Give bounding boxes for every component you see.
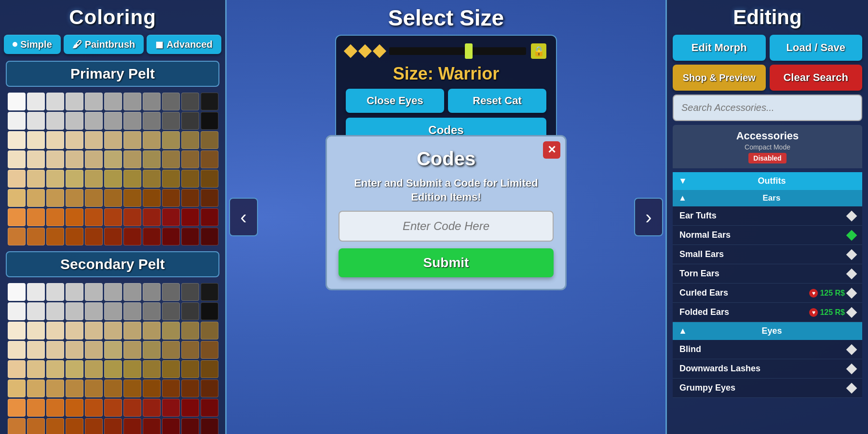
color-cell[interactable] — [123, 228, 141, 245]
color-cell[interactable] — [181, 93, 199, 110]
color-cell[interactable] — [143, 131, 161, 149]
color-cell[interactable] — [8, 170, 26, 188]
list-item[interactable]: Curled Ears ♥ 125 R$ — [673, 284, 862, 303]
color-cell[interactable] — [46, 322, 64, 339]
color-cell[interactable] — [123, 418, 141, 434]
color-cell[interactable] — [8, 302, 26, 320]
color-cell[interactable] — [46, 360, 64, 378]
color-cell[interactable] — [162, 302, 180, 320]
color-cell[interactable] — [85, 170, 103, 188]
color-cell[interactable] — [104, 322, 122, 339]
color-cell[interactable] — [143, 380, 161, 397]
color-cell[interactable] — [201, 170, 218, 188]
color-cell[interactable] — [201, 322, 218, 339]
color-cell[interactable] — [123, 283, 141, 301]
color-cell[interactable] — [66, 322, 83, 339]
color-cell[interactable] — [162, 228, 180, 245]
color-cell[interactable] — [66, 341, 83, 359]
search-accessories-input[interactable] — [673, 95, 862, 121]
color-cell[interactable] — [143, 399, 161, 417]
color-cell[interactable] — [46, 228, 64, 245]
color-cell[interactable] — [162, 93, 180, 110]
color-cell[interactable] — [143, 322, 161, 339]
list-item[interactable]: Ear Tufts — [673, 206, 862, 226]
color-cell[interactable] — [181, 283, 199, 301]
color-cell[interactable] — [66, 208, 83, 226]
color-cell[interactable] — [85, 131, 103, 149]
color-cell[interactable] — [8, 208, 26, 226]
eyes-sub-category-header[interactable]: ▲ Eyes — [673, 322, 862, 340]
code-input[interactable] — [339, 211, 554, 242]
color-cell[interactable] — [85, 302, 103, 320]
color-cell[interactable] — [143, 170, 161, 188]
color-cell[interactable] — [123, 131, 141, 149]
clear-search-button[interactable]: Clear Search — [770, 65, 863, 91]
color-cell[interactable] — [66, 380, 83, 397]
color-cell[interactable] — [123, 150, 141, 168]
color-cell[interactable] — [66, 399, 83, 417]
color-cell[interactable] — [104, 208, 122, 226]
color-cell[interactable] — [143, 341, 161, 359]
paintbrush-mode-button[interactable]: 🖌 Paintbrush — [64, 35, 144, 54]
shop-preview-button[interactable]: Shop & Preview — [673, 65, 766, 91]
color-cell[interactable] — [123, 360, 141, 378]
color-cell[interactable] — [27, 418, 45, 434]
color-cell[interactable] — [46, 399, 64, 417]
color-cell[interactable] — [85, 189, 103, 207]
color-cell[interactable] — [104, 112, 122, 130]
list-item[interactable]: Small Ears — [673, 245, 862, 264]
color-cell[interactable] — [201, 418, 218, 434]
color-cell[interactable] — [8, 322, 26, 339]
color-cell[interactable] — [201, 131, 218, 149]
color-cell[interactable] — [162, 283, 180, 301]
color-cell[interactable] — [8, 189, 26, 207]
color-cell[interactable] — [162, 360, 180, 378]
color-cell[interactable] — [104, 283, 122, 301]
color-cell[interactable] — [46, 112, 64, 130]
edit-morph-button[interactable]: Edit Morph — [673, 35, 766, 61]
color-cell[interactable] — [123, 302, 141, 320]
color-cell[interactable] — [143, 418, 161, 434]
color-cell[interactable] — [8, 112, 26, 130]
color-cell[interactable] — [27, 150, 45, 168]
color-cell[interactable] — [8, 399, 26, 417]
color-cell[interactable] — [181, 112, 199, 130]
color-cell[interactable] — [27, 360, 45, 378]
color-cell[interactable] — [162, 322, 180, 339]
color-cell[interactable] — [123, 170, 141, 188]
color-cell[interactable] — [162, 189, 180, 207]
color-cell[interactable] — [104, 302, 122, 320]
color-cell[interactable] — [66, 93, 83, 110]
list-item[interactable]: Torn Ears — [673, 264, 862, 284]
color-cell[interactable] — [66, 360, 83, 378]
color-cell[interactable] — [201, 360, 218, 378]
color-cell[interactable] — [85, 112, 103, 130]
color-cell[interactable] — [181, 150, 199, 168]
color-cell[interactable] — [162, 418, 180, 434]
color-cell[interactable] — [201, 341, 218, 359]
color-cell[interactable] — [162, 150, 180, 168]
size-slider-track[interactable] — [389, 47, 526, 55]
color-cell[interactable] — [104, 341, 122, 359]
color-cell[interactable] — [181, 322, 199, 339]
color-cell[interactable] — [162, 170, 180, 188]
color-cell[interactable] — [201, 380, 218, 397]
color-cell[interactable] — [85, 341, 103, 359]
color-cell[interactable] — [104, 418, 122, 434]
color-cell[interactable] — [46, 302, 64, 320]
color-cell[interactable] — [27, 93, 45, 110]
color-cell[interactable] — [66, 418, 83, 434]
color-cell[interactable] — [181, 380, 199, 397]
color-cell[interactable] — [85, 399, 103, 417]
color-cell[interactable] — [8, 150, 26, 168]
list-item[interactable]: Downwards Lashes — [673, 359, 862, 379]
color-cell[interactable] — [8, 93, 26, 110]
color-cell[interactable] — [162, 341, 180, 359]
color-cell[interactable] — [201, 189, 218, 207]
color-cell[interactable] — [66, 302, 83, 320]
color-cell[interactable] — [27, 208, 45, 226]
color-cell[interactable] — [66, 283, 83, 301]
color-cell[interactable] — [143, 208, 161, 226]
color-cell[interactable] — [143, 150, 161, 168]
color-cell[interactable] — [162, 208, 180, 226]
